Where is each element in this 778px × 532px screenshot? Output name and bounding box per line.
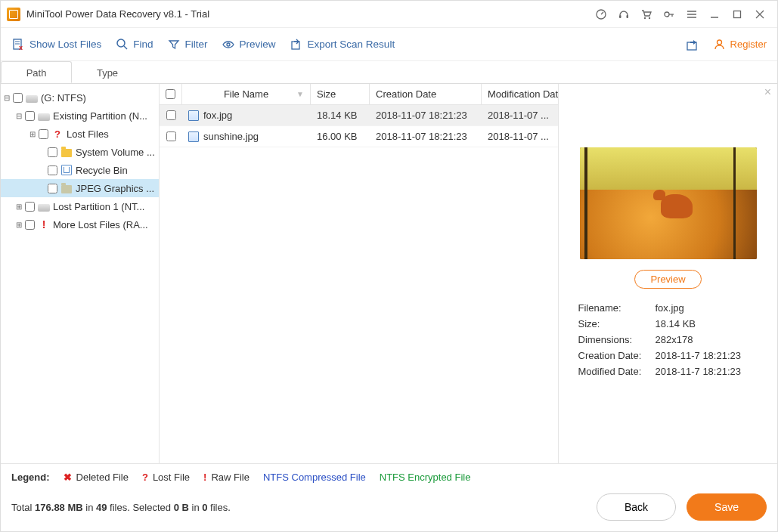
folder-icon	[60, 182, 73, 194]
find-button[interactable]: Find	[115, 38, 153, 51]
tree-checkbox[interactable]	[48, 184, 57, 193]
sort-icon: ▼	[296, 90, 304, 98]
image-icon	[188, 131, 199, 142]
show-lost-files-label: Show Lost Files	[29, 39, 101, 50]
file-row[interactable]: fox.jpg 18.14 KB 2018-11-07 18:21:23 201…	[160, 105, 558, 126]
tree-recycle-bin[interactable]: Recycle Bin	[1, 161, 159, 179]
file-name: fox.jpg	[203, 110, 232, 121]
question-icon: ?	[51, 128, 64, 140]
register-button[interactable]: Register	[713, 38, 767, 51]
save-button[interactable]: Save	[687, 493, 767, 521]
file-header: File Name▼ Size Creation Date Modificati…	[160, 84, 558, 105]
svg-point-20	[117, 39, 125, 47]
tree-lost-partition[interactable]: ⊞ Lost Partition 1 (NT...	[1, 197, 159, 215]
find-label: Find	[133, 39, 153, 50]
tree-lost-files[interactable]: ⊞ ? Lost Files	[1, 125, 159, 143]
key-icon[interactable]	[658, 4, 680, 25]
tab-path[interactable]: Path	[1, 61, 72, 83]
eye-icon	[222, 38, 235, 51]
tree-checkbox[interactable]	[25, 111, 35, 121]
tree-more-lost-files[interactable]: ⊞ ! More Lost Files (RA...	[1, 215, 159, 234]
file-list-panel: File Name▼ Size Creation Date Modificati…	[160, 84, 558, 463]
close-button[interactable]	[749, 4, 771, 25]
menu-icon[interactable]	[680, 4, 703, 25]
filter-button[interactable]: Filter	[167, 38, 208, 51]
header-modification-date[interactable]: Modification Dat	[482, 84, 558, 104]
tree-jpeg[interactable]: JPEG Graphics ...	[1, 179, 159, 197]
tree-label: (G: NTFS)	[41, 92, 86, 104]
maximize-button[interactable]	[726, 4, 749, 25]
header-checkbox-col[interactable]	[160, 84, 182, 104]
tree-label: System Volume ...	[76, 147, 155, 158]
svg-rect-2	[619, 15, 621, 18]
gauge-icon[interactable]	[590, 4, 612, 25]
drive-icon	[26, 91, 38, 104]
meta-label-created: Creation Date:	[578, 350, 656, 361]
tree-root[interactable]: ⊟ (G: NTFS)	[1, 88, 159, 107]
header-size[interactable]: Size	[311, 84, 370, 104]
meta-value-size: 18.14 KB	[656, 318, 758, 329]
svg-point-5	[649, 17, 650, 18]
svg-point-25	[717, 40, 721, 45]
file-checkbox[interactable]	[166, 131, 176, 141]
share-icon[interactable]	[686, 38, 699, 51]
svg-point-22	[227, 43, 230, 46]
file-size: 18.14 KB	[311, 110, 370, 121]
tree-existing-partition[interactable]: ⊟ Existing Partition (N...	[1, 107, 159, 125]
legend-lost: ?Lost File	[142, 472, 190, 483]
collapse-icon[interactable]: ⊟	[2, 94, 11, 102]
user-icon	[713, 38, 726, 51]
tree-label: Existing Partition (N...	[53, 110, 147, 122]
cart-icon[interactable]	[635, 4, 658, 25]
tree-checkbox[interactable]	[48, 147, 57, 157]
svg-point-4	[644, 17, 646, 18]
tree-system-volume[interactable]: System Volume ...	[1, 143, 159, 161]
file-created: 2018-11-07 18:21:23	[370, 131, 482, 142]
tree-checkbox[interactable]	[13, 93, 23, 103]
tree-checkbox[interactable]	[48, 165, 57, 175]
search-icon	[115, 38, 129, 51]
back-button[interactable]: Back	[597, 493, 676, 521]
svg-text:x: x	[19, 44, 23, 51]
preview-open-button[interactable]: Preview	[634, 270, 701, 289]
header-filename[interactable]: File Name▼	[182, 84, 311, 104]
meta-label-dimensions: Dimensions:	[578, 334, 656, 345]
legend-label: Legend:	[11, 472, 50, 483]
minimize-button[interactable]	[703, 4, 726, 25]
show-lost-files-button[interactable]: x Show Lost Files	[11, 38, 101, 51]
expand-icon[interactable]: ⊞	[28, 130, 37, 138]
header-creation-date[interactable]: Creation Date	[370, 84, 482, 104]
tree-checkbox[interactable]	[25, 202, 35, 212]
image-icon	[188, 110, 199, 121]
x-icon: ✖	[64, 472, 72, 483]
tree-checkbox[interactable]	[25, 220, 35, 230]
file-checkbox[interactable]	[166, 110, 176, 120]
tree-checkbox[interactable]	[39, 129, 48, 139]
file-row[interactable]: sunshine.jpg 16.00 KB 2018-11-07 18:21:2…	[160, 126, 558, 147]
close-preview-icon[interactable]: ×	[764, 85, 771, 99]
select-all-checkbox[interactable]	[166, 89, 175, 99]
meta-value-created: 2018-11-7 18:21:23	[656, 350, 758, 361]
preview-label: Preview	[240, 39, 276, 50]
expand-icon[interactable]: ⊞	[14, 203, 23, 211]
meta-label-modified: Modified Date:	[578, 366, 656, 377]
tree-label: Recycle Bin	[76, 165, 128, 176]
svg-rect-3	[627, 15, 629, 18]
preview-button[interactable]: Preview	[222, 38, 276, 51]
svg-rect-13	[734, 11, 741, 17]
collapse-icon[interactable]: ⊟	[14, 112, 23, 120]
svg-line-21	[124, 46, 127, 49]
headset-icon[interactable]	[612, 4, 635, 25]
funnel-icon	[167, 38, 181, 51]
legend-deleted: ✖Deleted File	[64, 472, 129, 483]
expand-icon[interactable]: ⊞	[14, 221, 23, 229]
tree-label: Lost Files	[67, 128, 109, 140]
svg-point-6	[665, 12, 669, 17]
export-scan-result-button[interactable]: Export Scan Result	[290, 38, 395, 51]
tab-type[interactable]: Type	[72, 61, 143, 83]
file-name: sunshine.jpg	[203, 131, 259, 142]
folder-icon	[60, 146, 73, 158]
export-icon	[290, 38, 303, 51]
meta-value-dimensions: 282x178	[656, 334, 758, 345]
tree-label: JPEG Graphics ...	[76, 183, 154, 194]
